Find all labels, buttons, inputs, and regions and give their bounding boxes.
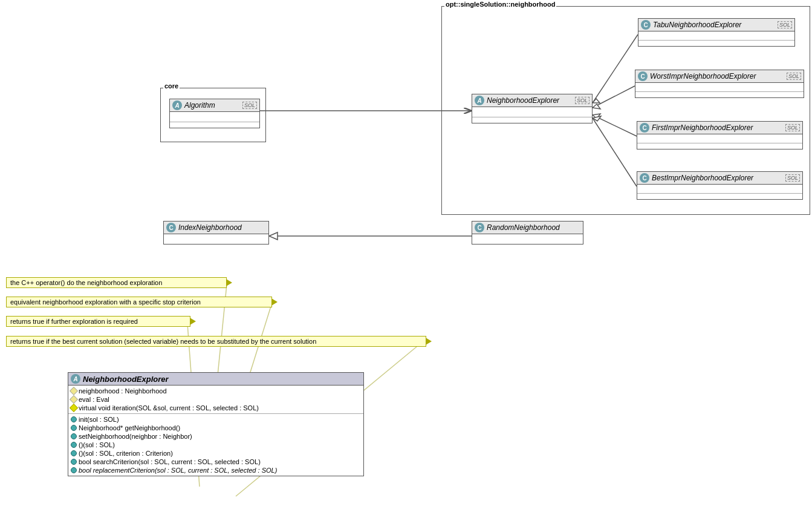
random-neighborhood-header: C RandomNeighborhood (472, 222, 583, 234)
algorithm-class: A Algorithm SOL (169, 99, 260, 128)
worst-header: C WorstImprNeighborhoodExplorer SOL (635, 70, 804, 83)
note-2-text: equivalent neighborhood exploration with… (10, 298, 201, 306)
best-icon: C (640, 173, 649, 183)
worst-body2 (635, 91, 804, 97)
index-neighborhood-name: IndexNeighborhood (178, 223, 242, 232)
random-neighborhood-name: RandomNeighborhood (487, 223, 560, 232)
neighborhood-explorer-icon: A (475, 96, 484, 105)
method-circle-4 (71, 442, 77, 448)
attr-text-3: virtual void iteration(SOL &sol, current… (79, 404, 259, 412)
worst-name: WorstImprNeighborhoodExplorer (650, 72, 756, 80)
algorithm-sol: SOL (242, 102, 257, 109)
attr-diamond-3 (70, 404, 78, 412)
note-4: returns true if the best current solutio… (6, 336, 426, 347)
neighborhood-explorer-header: A NeighborhoodExplorer SOL (472, 94, 592, 107)
neighborhood-explorer-name: NeighborhoodExplorer (487, 96, 559, 105)
neighborhood-explorer-class: A NeighborhoodExplorer SOL (472, 94, 593, 123)
method-text-5: ()(sol : SOL, criterion : Criterion) (79, 450, 173, 457)
methods-section: init(sol : SOL) Neighborhood* getNeighbo… (68, 414, 363, 476)
index-neighborhood-body (164, 234, 268, 244)
attr-diamond-2 (70, 395, 78, 404)
best-body2 (637, 193, 802, 199)
attr-row-1: neighborhood : Neighborhood (71, 387, 361, 395)
tabu-header: C TabuNeighborhoodExplorer SOL (638, 19, 794, 31)
algorithm-body (170, 112, 259, 122)
detail-box-icon: A (71, 374, 80, 384)
worst-sol: SOL (787, 73, 801, 80)
method-text-1: init(sol : SOL) (79, 416, 119, 423)
first-name: FirstImprNeighborhoodExplorer (652, 123, 753, 132)
note-4-text: returns true if the best current solutio… (10, 338, 316, 345)
first-class: C FirstImprNeighborhoodExplorer SOL (637, 121, 803, 149)
tabu-body2 (638, 40, 794, 46)
tabu-name: TabuNeighborhoodExplorer (653, 21, 741, 29)
namespace-label: opt::singleSolution::neighborhood (444, 1, 556, 8)
method-row-4: ()(sol : SOL) (71, 441, 361, 449)
best-body (637, 185, 802, 193)
method-text-7: bool replacementCriterion(sol : SOL, cur… (79, 467, 277, 474)
first-header: C FirstImprNeighborhoodExplorer SOL (637, 122, 802, 134)
index-neighborhood-icon: C (166, 223, 176, 232)
method-text-6: bool searchCriterion(sol : SOL, current … (79, 458, 261, 465)
algorithm-body2 (170, 122, 259, 128)
diagram-container: opt::singleSolution::neighborhood core A… (0, 0, 812, 512)
note-1-text: the C++ operator() do the neighborhood e… (10, 279, 162, 286)
detail-box-title: NeighborhoodExplorer (83, 375, 169, 384)
attributes-section: neighborhood : Neighborhood eval : Eval … (68, 386, 363, 414)
neighborhood-explorer-body (472, 107, 592, 117)
attr-row-2: eval : Eval (71, 395, 361, 404)
note-1: the C++ operator() do the neighborhood e… (6, 277, 227, 288)
algorithm-header: A Algorithm SOL (170, 99, 259, 112)
note-2: equivalent neighborhood exploration with… (6, 297, 272, 307)
first-icon: C (640, 123, 649, 133)
first-body2 (637, 143, 802, 149)
method-text-2: Neighborhood* getNeighborhood() (79, 424, 180, 432)
algorithm-name: Algorithm (184, 101, 215, 110)
tabu-sol: SOL (778, 21, 792, 28)
attr-text-1: neighborhood : Neighborhood (79, 387, 167, 395)
detail-box: A NeighborhoodExplorer neighborhood : Ne… (68, 372, 364, 476)
attr-diamond-1 (70, 387, 78, 395)
attr-row-3: virtual void iteration(SOL &sol, current… (71, 404, 361, 412)
detail-box-header: A NeighborhoodExplorer (68, 373, 363, 386)
note-3-text: returns true if further exploration is r… (10, 318, 138, 325)
index-neighborhood-header: C IndexNeighborhood (164, 222, 268, 234)
method-row-2: Neighborhood* getNeighborhood() (71, 424, 361, 432)
best-header: C BestImprNeighborhoodExplorer SOL (637, 172, 802, 185)
method-row-7: bool replacementCriterion(sol : SOL, cur… (71, 466, 361, 474)
method-row-5: ()(sol : SOL, criterion : Criterion) (71, 449, 361, 458)
worst-icon: C (638, 71, 648, 81)
method-text-3: setNeighborhood(neighbor : Neighbor) (79, 433, 192, 440)
algorithm-icon: A (172, 100, 182, 110)
svg-marker-11 (269, 232, 278, 240)
neighborhood-explorer-body2 (472, 117, 592, 123)
worst-body (635, 83, 804, 91)
best-sol: SOL (785, 174, 800, 182)
method-row-1: init(sol : SOL) (71, 415, 361, 424)
index-neighborhood-class: C IndexNeighborhood (163, 221, 269, 245)
method-row-6: bool searchCriterion(sol : SOL, current … (71, 458, 361, 466)
random-neighborhood-body (472, 234, 583, 244)
neighborhood-explorer-sol: SOL (575, 97, 590, 104)
best-class: C BestImprNeighborhoodExplorer SOL (637, 171, 803, 200)
method-circle-7 (71, 467, 77, 473)
worst-class: C WorstImprNeighborhoodExplorer SOL (635, 70, 804, 98)
best-name: BestImprNeighborhoodExplorer (652, 174, 753, 182)
tabu-body (638, 31, 794, 40)
core-namespace-label: core (163, 82, 180, 90)
note-3: returns true if further exploration is r… (6, 316, 190, 327)
method-circle-6 (71, 459, 77, 465)
method-row-3: setNeighborhood(neighbor : Neighbor) (71, 432, 361, 441)
method-circle-3 (71, 433, 77, 439)
method-circle-1 (71, 416, 77, 422)
method-circle-2 (71, 425, 77, 431)
random-neighborhood-icon: C (475, 223, 484, 232)
tabu-icon: C (641, 20, 651, 30)
tabu-class: C TabuNeighborhoodExplorer SOL (638, 18, 795, 47)
random-neighborhood-class: C RandomNeighborhood (472, 221, 583, 245)
first-sol: SOL (785, 124, 800, 131)
attr-text-2: eval : Eval (79, 396, 109, 403)
method-circle-5 (71, 450, 77, 456)
first-body (637, 134, 802, 143)
method-text-4: ()(sol : SOL) (79, 441, 115, 448)
